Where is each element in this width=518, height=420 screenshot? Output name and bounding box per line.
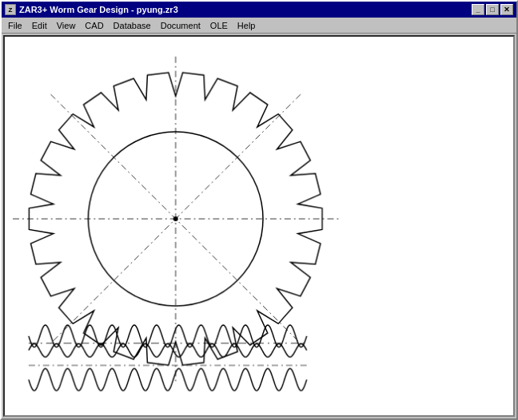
main-window: Z ZAR3+ Worm Gear Design - pyung.zr3 _ □… bbox=[0, 0, 518, 420]
maximize-button[interactable]: □ bbox=[486, 4, 499, 15]
app-icon: Z bbox=[5, 4, 16, 15]
minimize-button[interactable]: _ bbox=[472, 4, 484, 15]
menu-view[interactable]: View bbox=[52, 19, 81, 32]
app-icon-label: Z bbox=[9, 6, 13, 14]
menu-cad[interactable]: CAD bbox=[80, 19, 108, 32]
window-title: ZAR3+ Worm Gear Design - pyung.zr3 bbox=[19, 5, 178, 14]
menu-edit[interactable]: Edit bbox=[27, 19, 52, 32]
gear-canvas bbox=[5, 37, 513, 415]
menu-database[interactable]: Database bbox=[109, 19, 156, 32]
title-bar: Z ZAR3+ Worm Gear Design - pyung.zr3 _ □… bbox=[2, 2, 516, 18]
menu-document[interactable]: Document bbox=[156, 19, 205, 32]
menu-file[interactable]: File bbox=[3, 19, 27, 32]
close-button[interactable]: ✕ bbox=[500, 4, 513, 15]
menu-help[interactable]: Help bbox=[233, 19, 261, 32]
drawing-area bbox=[3, 35, 515, 417]
title-bar-buttons: _ □ ✕ bbox=[472, 4, 513, 15]
menu-bar: File Edit View CAD Database Document OLE… bbox=[2, 18, 516, 34]
menu-ole[interactable]: OLE bbox=[205, 19, 233, 32]
title-bar-left: Z ZAR3+ Worm Gear Design - pyung.zr3 bbox=[5, 4, 178, 15]
